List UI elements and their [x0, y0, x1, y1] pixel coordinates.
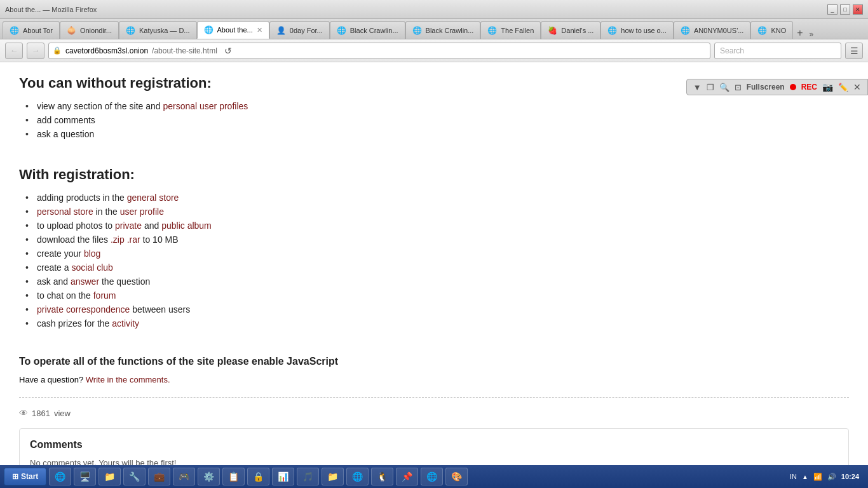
tray-language: IN — [790, 473, 797, 480]
with-registration-section: With registration: adding products in th… — [19, 166, 849, 330]
tab-tab9[interactable]: 🍓Daniel's ... — [541, 21, 600, 39]
tab-tab6[interactable]: 🌐Black Crawlin... — [330, 21, 405, 39]
tab-label-tab3: Katyuska — D... — [139, 27, 189, 34]
public-album-link[interactable]: public album — [161, 220, 212, 231]
tab-tab12[interactable]: 🌐KNO — [750, 21, 793, 39]
taskbar-item-1[interactable]: 🌐 — [49, 468, 71, 485]
taskbar-item-3[interactable]: 📁 — [98, 468, 121, 485]
taskbar-item-8[interactable]: 📋 — [222, 468, 245, 485]
tab-label-tab1: About Tor — [23, 27, 53, 34]
zip-link[interactable]: .zip .rar — [111, 234, 140, 245]
comments-title: Comments — [30, 439, 838, 451]
tab-icon-tab7: 🌐 — [412, 26, 422, 35]
tab-icon-tab10: 🌐 — [607, 26, 617, 35]
tab-tab5[interactable]: 👤0day For... — [269, 21, 330, 39]
tab-tab3[interactable]: 🌐Katyuska — D... — [119, 21, 196, 39]
maximize-button[interactable]: □ — [840, 4, 850, 15]
tab-overflow-button[interactable]: » — [807, 30, 817, 39]
rec-frame-button[interactable]: ⊡ — [735, 83, 742, 92]
tray-arrow-up[interactable]: ▲ — [802, 473, 808, 480]
rec-dot — [790, 84, 796, 90]
tab-icon-tab4: 🌐 — [204, 25, 214, 34]
activity-link[interactable]: activity — [112, 318, 139, 329]
tab-tab1[interactable]: 🌐About Tor — [3, 21, 60, 39]
personal-profiles-link[interactable]: personal user profiles — [163, 101, 248, 111]
taskbar-item-4[interactable]: 🔧 — [123, 468, 146, 485]
fullscreen-label[interactable]: Fullscreen — [747, 83, 785, 92]
url-domain: cavetord6bosm3sl.onion — [65, 46, 148, 55]
taskbar-item-17[interactable]: 🎨 — [445, 468, 468, 485]
tab-label-tab8: The Fallen — [501, 27, 534, 34]
taskbar-item-2[interactable]: 🖥️ — [74, 468, 96, 485]
taskbar-item-11[interactable]: 🎵 — [297, 468, 319, 485]
taskbar-item-13[interactable]: 🌐 — [346, 468, 369, 485]
start-icon: ⊞ — [12, 472, 18, 481]
rec-close-button[interactable]: ✕ — [853, 82, 861, 92]
list-item: cash prizes for the activity — [25, 316, 849, 330]
rec-pencil-icon[interactable]: ✏️ — [838, 83, 848, 92]
taskbar-item-9[interactable]: 🔒 — [247, 468, 269, 485]
without-registration-list: view any section of the site and persona… — [19, 99, 849, 141]
rec-search-button[interactable]: 🔍 — [719, 83, 729, 92]
menu-button[interactable]: ☰ — [845, 43, 863, 59]
address-bar[interactable]: 🔒 cavetord6bosm3sl.onion/about-the-site.… — [48, 43, 710, 59]
list-item: to chat on the forum — [25, 288, 849, 302]
content-area: You can without registration: view any s… — [0, 62, 868, 488]
search-box[interactable]: Search — [714, 43, 841, 59]
taskbar-item-15[interactable]: 📌 — [396, 468, 418, 485]
write-comments-link[interactable]: Write in the comments. — [86, 375, 170, 384]
minimize-button[interactable]: _ — [827, 4, 837, 15]
window-controls: _ □ ✕ — [827, 4, 863, 15]
rec-camera-icon[interactable]: 📷 — [822, 82, 833, 92]
taskbar-item-16[interactable]: 🌐 — [421, 468, 443, 485]
tab-tab2[interactable]: 🧅Oniondir... — [60, 21, 119, 39]
user-profile-link[interactable]: user profile — [120, 207, 164, 217]
taskbar-item-12[interactable]: 📁 — [322, 468, 344, 485]
lock-icon: 🔒 — [53, 46, 62, 55]
blog-link[interactable]: blog — [84, 248, 100, 259]
list-item: to upload photos to private and public a… — [25, 219, 849, 233]
list-item: adding products in the general store — [25, 191, 849, 205]
tab-close-tab4[interactable]: ✕ — [257, 26, 262, 34]
list-item: view any section of the site and persona… — [25, 99, 849, 113]
tab-tab4[interactable]: 🌐About the...✕ — [197, 21, 269, 39]
personal-store-link[interactable]: personal store — [37, 207, 93, 217]
eye-icon: 👁 — [19, 408, 28, 418]
answer-link[interactable]: answer — [71, 276, 99, 287]
new-tab-button[interactable]: + — [793, 27, 806, 39]
tab-label-tab4: About the... — [217, 26, 253, 34]
correspondence-link[interactable]: private correspondence — [37, 304, 130, 315]
refresh-button[interactable]: ↺ — [221, 44, 235, 58]
tab-label-tab12: KNO — [771, 27, 786, 34]
taskbar-item-7[interactable]: ⚙️ — [198, 468, 220, 485]
list-item: ask a question — [25, 127, 849, 141]
tab-icon-tab1: 🌐 — [10, 26, 19, 35]
operate-notice: To operate all of the functions of the s… — [19, 356, 849, 367]
title-bar: About the... — Mozilla Firefox _ □ ✕ — [0, 0, 868, 19]
general-store-link[interactable]: general store — [127, 193, 179, 203]
social-club-link[interactable]: social club — [71, 262, 112, 273]
tab-tab10[interactable]: 🌐how to use o... — [600, 21, 674, 39]
rec-copy-button[interactable]: ❐ — [707, 83, 714, 92]
tab-tab7[interactable]: 🌐Black Crawlin... — [405, 21, 481, 39]
tab-icon-tab5: 👤 — [276, 26, 286, 35]
nav-bar: ← → 🔒 cavetord6bosm3sl.onion/about-the-s… — [0, 39, 868, 62]
tab-icon-tab2: 🧅 — [67, 26, 76, 35]
close-button[interactable]: ✕ — [853, 4, 863, 15]
private-album-link[interactable]: private — [115, 220, 142, 231]
tab-tab11[interactable]: 🌐AN0NYM0US'... — [674, 21, 751, 39]
forum-link[interactable]: forum — [93, 290, 116, 301]
start-button[interactable]: ⊞ Start — [4, 468, 46, 485]
tab-tab8[interactable]: 🌐The Fallen — [480, 21, 541, 39]
tab-icon-tab9: 🍓 — [548, 26, 557, 35]
tray-volume-icon: 🔊 — [827, 473, 836, 481]
taskbar-item-5[interactable]: 💼 — [148, 468, 170, 485]
taskbar-item-14[interactable]: 🐧 — [371, 468, 393, 485]
back-button[interactable]: ← — [5, 43, 23, 59]
taskbar-item-10[interactable]: 📊 — [272, 468, 294, 485]
rec-arrow-button[interactable]: ▼ — [693, 83, 702, 92]
list-item: add comments — [25, 113, 849, 127]
taskbar-item-6[interactable]: 🎮 — [173, 468, 195, 485]
forward-button[interactable]: → — [27, 43, 44, 59]
rec-label: REC — [801, 83, 817, 92]
